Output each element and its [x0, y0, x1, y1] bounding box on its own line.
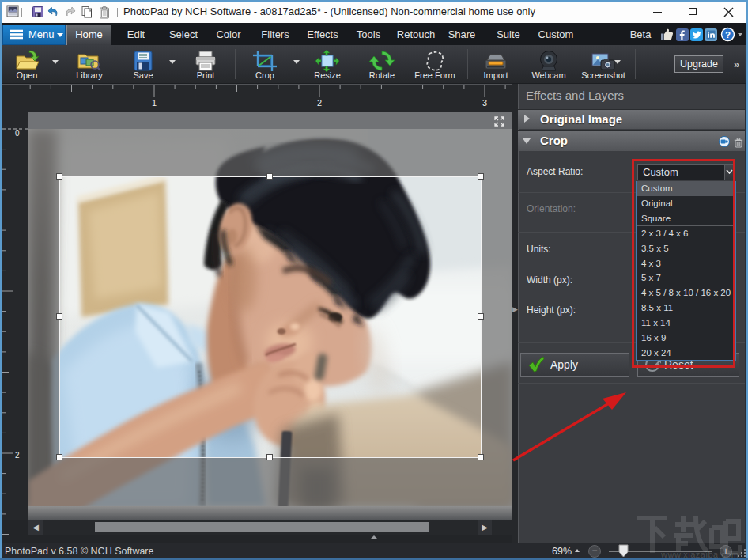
svg-text:?: ?	[725, 30, 731, 40]
svg-text:3: 3	[482, 98, 487, 108]
svg-text:2: 2	[15, 451, 20, 460]
svg-text:2: 2	[317, 98, 322, 108]
svg-text:1: 1	[152, 98, 157, 108]
svg-text:0: 0	[15, 129, 20, 138]
